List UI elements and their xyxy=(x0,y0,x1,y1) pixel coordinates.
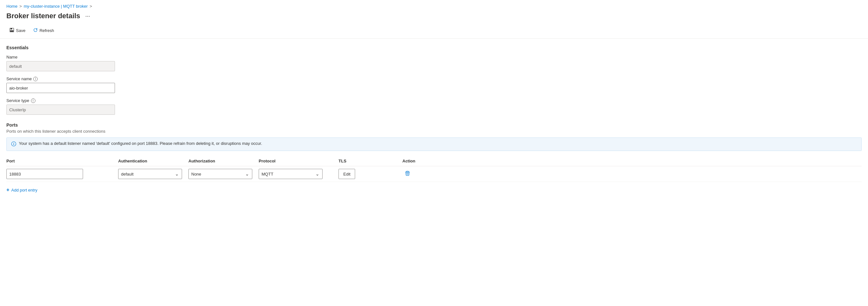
breadcrumb-chevron-1: > xyxy=(20,4,22,9)
protocol-select-wrapper: MQTT MQTTS WebSocket xyxy=(259,169,322,179)
refresh-label: Refresh xyxy=(40,28,54,33)
protocol-cell: MQTT MQTTS WebSocket xyxy=(259,169,339,179)
authentication-col-header: Authentication xyxy=(118,159,188,163)
service-name-info-icon: i xyxy=(33,77,38,81)
authentication-select[interactable]: default none xyxy=(118,169,182,179)
page-header: Broker listener details ··· xyxy=(0,10,868,24)
authorization-select[interactable]: None default xyxy=(188,169,252,179)
service-type-field-group: Service type i xyxy=(6,98,862,115)
action-col-header: Action xyxy=(402,159,862,163)
port-input[interactable] xyxy=(6,169,83,179)
breadcrumb-chevron-2: > xyxy=(90,4,92,9)
essentials-section: Essentials Name Service name i Service t… xyxy=(6,45,862,115)
save-button[interactable]: Save xyxy=(6,26,29,35)
ports-table-header: Port Authentication Authorization Protoc… xyxy=(6,156,862,166)
ports-section: Ports Ports on which this listener accep… xyxy=(6,122,862,195)
tls-cell: Edit xyxy=(339,169,402,179)
svg-point-6 xyxy=(13,143,14,143)
breadcrumb-home[interactable]: Home xyxy=(6,4,18,9)
more-options-button[interactable]: ··· xyxy=(83,12,92,20)
service-name-label: Service name i xyxy=(6,77,862,81)
svg-rect-7 xyxy=(405,172,410,172)
refresh-icon xyxy=(33,28,38,33)
delete-port-button[interactable] xyxy=(402,169,413,178)
info-banner-text: Your system has a default listener named… xyxy=(19,141,262,146)
authorization-col-header: Authorization xyxy=(188,159,259,163)
add-port-button[interactable]: + Add port entry xyxy=(6,185,37,195)
refresh-button[interactable]: Refresh xyxy=(30,26,58,35)
save-label: Save xyxy=(16,28,26,33)
authorization-cell: None default xyxy=(188,169,259,179)
info-banner: Your system has a default listener named… xyxy=(6,138,862,151)
info-banner-icon xyxy=(11,141,16,147)
name-label: Name xyxy=(6,55,862,59)
protocol-select[interactable]: MQTT MQTTS WebSocket xyxy=(259,169,322,179)
service-type-info-icon: i xyxy=(31,99,35,103)
port-col-header: Port xyxy=(6,159,118,163)
svg-rect-9 xyxy=(407,172,408,175)
toolbar: Save Refresh xyxy=(0,24,868,39)
breadcrumb-cluster[interactable]: my-cluster-instance | MQTT broker xyxy=(24,4,88,9)
plus-icon: + xyxy=(6,187,9,193)
ports-title: Ports xyxy=(6,122,862,128)
name-input[interactable] xyxy=(6,61,115,71)
essentials-title: Essentials xyxy=(6,45,862,50)
authentication-cell: default none xyxy=(118,169,188,179)
service-name-field-group: Service name i xyxy=(6,77,862,93)
svg-rect-2 xyxy=(10,30,13,32)
port-cell xyxy=(6,169,118,179)
ports-subtitle: Ports on which this listener accepts cli… xyxy=(6,129,862,134)
save-icon xyxy=(9,28,14,33)
service-type-input xyxy=(6,105,115,115)
authorization-select-wrapper: None default xyxy=(188,169,252,179)
page-title: Broker listener details xyxy=(6,12,80,20)
breadcrumb: Home > my-cluster-instance | MQTT broker… xyxy=(0,0,868,10)
service-name-input[interactable] xyxy=(6,83,115,93)
svg-rect-3 xyxy=(12,28,13,29)
action-cell xyxy=(402,169,862,178)
protocol-col-header: Protocol xyxy=(259,159,339,163)
table-row: default none None default MQTT M xyxy=(6,166,862,182)
tls-edit-button[interactable]: Edit xyxy=(339,169,355,179)
tls-col-header: TLS xyxy=(339,159,402,163)
name-field-group: Name xyxy=(6,55,862,71)
service-type-label: Service type i xyxy=(6,98,862,103)
authentication-select-wrapper: default none xyxy=(118,169,182,179)
main-content: Essentials Name Service name i Service t… xyxy=(0,39,868,202)
add-port-label: Add port entry xyxy=(11,188,37,193)
